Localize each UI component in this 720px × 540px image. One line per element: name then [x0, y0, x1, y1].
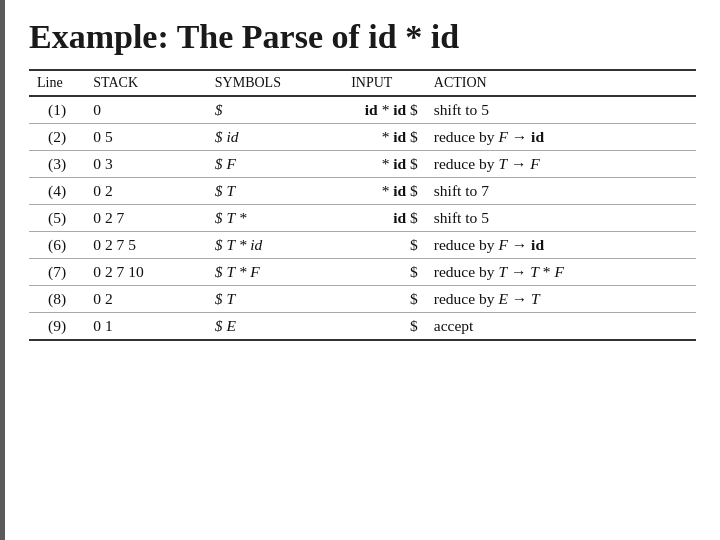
cell-symbols: $ T * — [207, 205, 318, 232]
table-row: (3)0 3$ F* id $reduce by T → F — [29, 151, 696, 178]
cell-input: * id $ — [318, 178, 426, 205]
cell-line: (5) — [29, 205, 85, 232]
cell-line: (2) — [29, 124, 85, 151]
col-header-line: Line — [29, 70, 85, 96]
cell-input: * id $ — [318, 124, 426, 151]
table-row: (9)0 1$ E$accept — [29, 313, 696, 341]
table-row: (7)0 2 7 10$ T * F$reduce by T → T * F — [29, 259, 696, 286]
cell-input: $ — [318, 286, 426, 313]
cell-input: $ — [318, 232, 426, 259]
cell-stack: 0 2 7 — [85, 205, 207, 232]
cell-line: (9) — [29, 313, 85, 341]
cell-line: (3) — [29, 151, 85, 178]
cell-line: (6) — [29, 232, 85, 259]
col-header-action: ACTION — [426, 70, 696, 96]
cell-stack: 0 3 — [85, 151, 207, 178]
col-header-stack: STACK — [85, 70, 207, 96]
table-row: (2)0 5$ id* id $reduce by F → id — [29, 124, 696, 151]
page-title: Example: The Parse of id * id — [29, 18, 696, 55]
table-row: (1)0$ id * id $shift to 5 — [29, 96, 696, 124]
cell-stack: 0 2 — [85, 178, 207, 205]
cell-symbols: $ T — [207, 178, 318, 205]
cell-input: id * id $ — [318, 96, 426, 124]
cell-action: reduce by T → F — [426, 151, 696, 178]
cell-line: (7) — [29, 259, 85, 286]
col-header-symbols: SYMBOLS — [207, 70, 318, 96]
cell-stack: 0 1 — [85, 313, 207, 341]
cell-action: shift to 7 — [426, 178, 696, 205]
cell-action: accept — [426, 313, 696, 341]
cell-stack: 0 2 — [85, 286, 207, 313]
cell-symbols: $ T * F — [207, 259, 318, 286]
col-header-input: INPUT — [318, 70, 426, 96]
cell-symbols: $ T * id — [207, 232, 318, 259]
cell-stack: 0 — [85, 96, 207, 124]
cell-action: reduce by E → T — [426, 286, 696, 313]
cell-input: * id $ — [318, 151, 426, 178]
cell-stack: 0 5 — [85, 124, 207, 151]
table-row: (5)0 2 7$ T *id $shift to 5 — [29, 205, 696, 232]
table-row: (8)0 2$ T$reduce by E → T — [29, 286, 696, 313]
cell-action: shift to 5 — [426, 205, 696, 232]
cell-line: (8) — [29, 286, 85, 313]
cell-line: (1) — [29, 96, 85, 124]
cell-input: $ — [318, 259, 426, 286]
cell-input: $ — [318, 313, 426, 341]
cell-input: id $ — [318, 205, 426, 232]
cell-symbols: $ T — [207, 286, 318, 313]
cell-symbols: $ F — [207, 151, 318, 178]
cell-symbols: $ E — [207, 313, 318, 341]
table-header-row: Line STACK SYMBOLS INPUT ACTION — [29, 70, 696, 96]
parse-table: Line STACK SYMBOLS INPUT ACTION (1)0$ id… — [29, 69, 696, 341]
cell-action: reduce by F → id — [426, 124, 696, 151]
cell-action: reduce by T → T * F — [426, 259, 696, 286]
table-row: (6)0 2 7 5$ T * id$reduce by F → id — [29, 232, 696, 259]
cell-stack: 0 2 7 5 — [85, 232, 207, 259]
cell-symbols: $ id — [207, 124, 318, 151]
cell-action: reduce by F → id — [426, 232, 696, 259]
cell-symbols: $ — [207, 96, 318, 124]
cell-stack: 0 2 7 10 — [85, 259, 207, 286]
page: Example: The Parse of id * id Line STACK… — [0, 0, 720, 540]
table-row: (4)0 2$ T* id $shift to 7 — [29, 178, 696, 205]
cell-line: (4) — [29, 178, 85, 205]
cell-action: shift to 5 — [426, 96, 696, 124]
parse-table-wrapper: Line STACK SYMBOLS INPUT ACTION (1)0$ id… — [29, 69, 696, 522]
